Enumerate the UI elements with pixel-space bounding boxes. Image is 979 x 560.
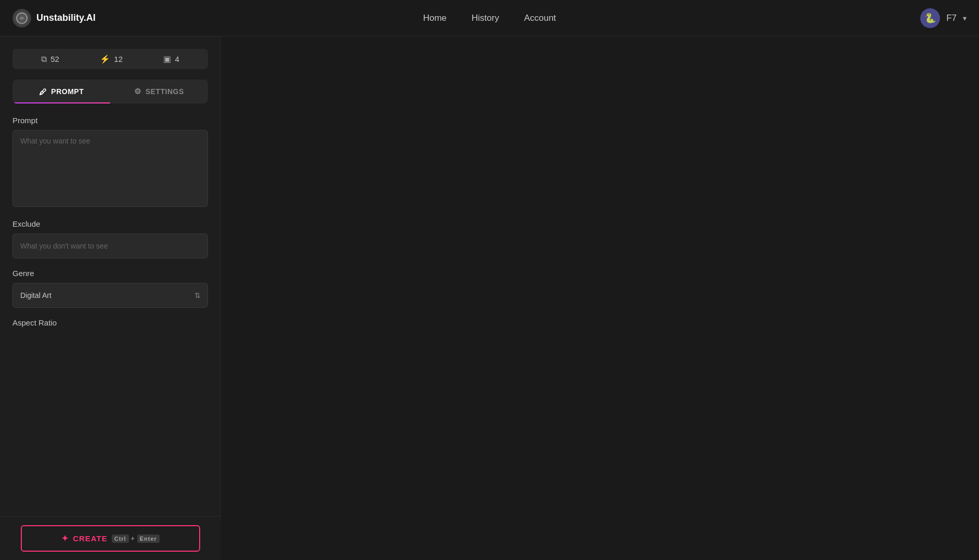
credit-bolt-value: 12 bbox=[114, 55, 123, 63]
credit-bolt: ⚡ 12 bbox=[100, 54, 123, 64]
nav-home[interactable]: Home bbox=[423, 13, 447, 23]
exclude-label: Exclude bbox=[12, 219, 208, 228]
create-label: CREATE bbox=[73, 534, 108, 543]
copy-icon: ⧉ bbox=[41, 55, 47, 64]
aspect-ratio-section: Aspect Ratio bbox=[12, 318, 208, 327]
header-right: 🐍 F7 ▾ bbox=[920, 8, 967, 28]
logo-area: Unstability.AI bbox=[12, 9, 96, 28]
bolt-icon: ⚡ bbox=[100, 54, 110, 64]
genre-label: Genre bbox=[12, 269, 208, 278]
ctrl-key: Ctrl bbox=[112, 535, 129, 543]
avatar: 🐍 bbox=[920, 8, 940, 28]
keyboard-shortcut: Ctrl + Enter bbox=[112, 535, 160, 543]
create-button-bar: ✦ CREATE Ctrl + Enter bbox=[0, 516, 221, 560]
tab-bar: 🖊 PROMPT ⚙ SETTINGS bbox=[12, 80, 208, 103]
credits-bar: ⧉ 52 ⚡ 12 ▣ 4 bbox=[12, 49, 208, 69]
main-nav: Home History Account bbox=[423, 13, 556, 23]
create-button[interactable]: ✦ CREATE Ctrl + Enter bbox=[21, 525, 200, 552]
genre-section: Genre Digital Art Photography Painting I… bbox=[12, 269, 208, 308]
logo-icon bbox=[12, 9, 31, 28]
prompt-input[interactable] bbox=[12, 130, 208, 207]
genre-select-wrapper: Digital Art Photography Painting Illustr… bbox=[12, 283, 208, 308]
sparkle-icon: ✦ bbox=[61, 533, 69, 543]
credit-copy: ⧉ 52 bbox=[41, 55, 59, 64]
content-area bbox=[221, 36, 979, 560]
exclude-section: Exclude bbox=[12, 219, 208, 258]
tab-prompt-label: PROMPT bbox=[51, 87, 84, 96]
prompt-icon: 🖊 bbox=[39, 87, 47, 96]
nav-account[interactable]: Account bbox=[524, 13, 556, 23]
nav-history[interactable]: History bbox=[472, 13, 499, 23]
tab-settings[interactable]: ⚙ SETTINGS bbox=[110, 80, 208, 103]
exclude-input[interactable] bbox=[12, 233, 208, 258]
logo-text: Unstability.AI bbox=[36, 12, 96, 23]
aspect-ratio-label: Aspect Ratio bbox=[12, 318, 208, 327]
genre-select[interactable]: Digital Art Photography Painting Illustr… bbox=[12, 283, 208, 308]
credit-card: ▣ 4 bbox=[163, 54, 179, 64]
tab-prompt[interactable]: 🖊 PROMPT bbox=[12, 80, 110, 103]
sidebar: ⧉ 52 ⚡ 12 ▣ 4 🖊 PROMPT ⚙ SETTINGS bbox=[0, 36, 221, 560]
prompt-label: Prompt bbox=[12, 116, 208, 125]
enter-key: Enter bbox=[137, 535, 160, 543]
user-name: F7 bbox=[946, 13, 957, 23]
credit-copy-value: 52 bbox=[50, 55, 59, 63]
prompt-section: Prompt bbox=[12, 116, 208, 209]
credit-card-value: 4 bbox=[175, 55, 179, 63]
main-layout: ⧉ 52 ⚡ 12 ▣ 4 🖊 PROMPT ⚙ SETTINGS bbox=[0, 36, 979, 560]
avatar-emoji: 🐍 bbox=[924, 12, 936, 24]
tab-settings-label: SETTINGS bbox=[146, 87, 184, 96]
header: Unstability.AI Home History Account 🐍 F7… bbox=[0, 0, 979, 36]
chevron-down-icon[interactable]: ▾ bbox=[963, 14, 967, 22]
settings-icon: ⚙ bbox=[134, 87, 141, 96]
plus-separator: + bbox=[131, 535, 135, 542]
card-icon: ▣ bbox=[163, 54, 171, 64]
